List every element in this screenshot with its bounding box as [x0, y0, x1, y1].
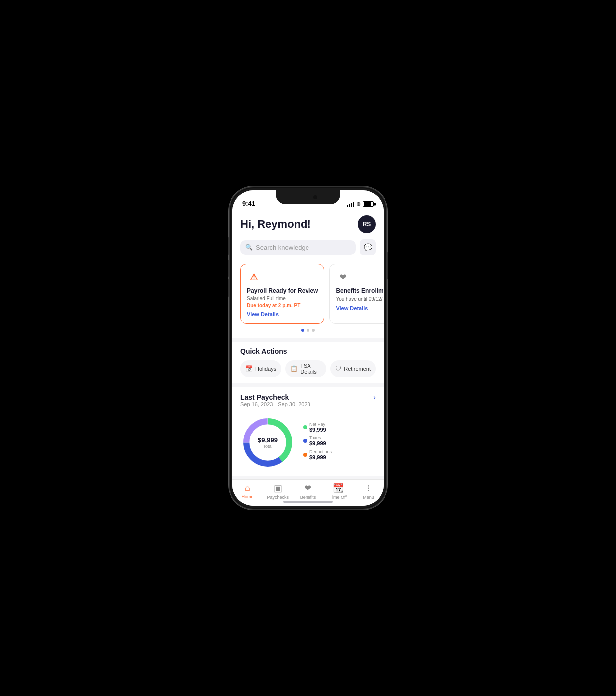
phone-screen: 9:41 ⊛ Hi, Reymond! RS [232, 190, 384, 506]
holidays-icon: 📅 [245, 365, 253, 372]
donut-chart: $9,999 Total [240, 415, 295, 470]
chat-button[interactable]: 💬 [360, 239, 376, 255]
wifi-icon: ⊛ [356, 201, 361, 207]
legend-dot-netpay [303, 425, 307, 429]
dot-3 [312, 329, 315, 332]
quick-actions-title: Quick Actions [240, 348, 376, 355]
benefits-label: Benefits [300, 495, 316, 500]
carousel-dots [232, 329, 384, 332]
greeting-text: Hi, Reymond! [240, 218, 311, 231]
paychecks-icon: ▣ [274, 483, 282, 494]
fsa-icon: 📋 [290, 365, 298, 372]
legend-label-deductions: Deductions [309, 449, 332, 454]
chat-icon: 💬 [364, 243, 372, 251]
legend-value-netpay: $9,999 [309, 427, 326, 433]
home-indicator [283, 501, 333, 503]
quick-actions-row: 📅 Holidays 📋 FSA Details 🛡 Retirement [240, 360, 376, 377]
benefits-card-title: Benefits Enrollment [336, 287, 384, 294]
main-scroll[interactable]: ⚠ Payroll Ready for Review Salaried Full… [232, 260, 384, 479]
nav-item-menu[interactable]: ⁝ Menu [353, 483, 384, 500]
fsa-details-button[interactable]: 📋 FSA Details [285, 360, 326, 377]
legend-item-taxes: Taxes $9,999 [303, 435, 376, 446]
legend-value-deductions: $9,999 [309, 454, 332, 460]
paycheck-legend: Net Pay $9,999 Taxes $9,999 [303, 422, 376, 463]
legend-value-taxes: $9,999 [309, 440, 326, 446]
nav-item-paychecks[interactable]: ▣ Paychecks [263, 483, 293, 500]
legend-dot-deductions [303, 453, 307, 457]
fsa-label: FSA Details [300, 363, 321, 375]
chevron-right-icon[interactable]: › [373, 393, 376, 401]
legend-item-netpay: Net Pay $9,999 [303, 422, 376, 433]
payroll-card-due: Due today at 2 p.m. PT [247, 303, 318, 308]
home-icon: ⌂ [245, 483, 250, 493]
search-row: 🔍 Search knowledge 💬 [232, 237, 384, 260]
notch [276, 190, 340, 204]
benefits-card-link[interactable]: View Details [336, 305, 384, 311]
legend-item-deductions: Deductions $9,999 [303, 449, 376, 460]
paycheck-header: Last Paycheck Sep 16, 2023 - Sep 30, 202… [240, 393, 376, 413]
payroll-card-subtitle: Salaried Full-time [247, 296, 318, 301]
payroll-card-link[interactable]: View Details [247, 311, 318, 317]
donut-center: $9,999 Total [258, 436, 278, 449]
payroll-card-title: Payroll Ready for Review [247, 287, 318, 294]
search-placeholder: Search knowledge [256, 244, 309, 251]
retirement-button[interactable]: 🛡 Retirement [330, 360, 376, 377]
cards-row: ⚠ Payroll Ready for Review Salaried Full… [232, 264, 384, 324]
benefits-card-icon: ❤ [336, 270, 350, 284]
holidays-label: Holidays [255, 366, 276, 372]
nav-item-timeoff[interactable]: 📆 Time Off [323, 483, 353, 500]
nav-item-benefits[interactable]: ❤ Benefits [293, 483, 323, 500]
dot-2 [307, 329, 309, 332]
timeoff-icon: 📆 [333, 483, 344, 494]
phone-wrapper: 9:41 ⊛ Hi, Reymond! RS [229, 186, 387, 510]
app-content: Hi, Reymond! RS 🔍 Search knowledge 💬 [232, 209, 384, 506]
paycheck-section: Last Paycheck Sep 16, 2023 - Sep 30, 202… [232, 387, 384, 476]
payroll-card[interactable]: ⚠ Payroll Ready for Review Salaried Full… [240, 264, 324, 324]
legend-label-taxes: Taxes [309, 435, 326, 440]
quick-actions-section: Quick Actions 📅 Holidays 📋 FSA Details 🛡 [232, 342, 384, 383]
search-icon: 🔍 [245, 244, 253, 251]
legend-label-netpay: Net Pay [309, 422, 326, 427]
dot-1 [301, 329, 304, 332]
menu-label: Menu [363, 495, 374, 500]
battery-icon [363, 201, 374, 207]
status-icons: ⊛ [347, 201, 374, 207]
holidays-button[interactable]: 📅 Holidays [240, 360, 281, 377]
donut-amount: $9,999 [258, 436, 278, 444]
app-header: Hi, Reymond! RS [232, 209, 384, 237]
signal-icon [347, 202, 354, 207]
paycheck-dates: Sep 16, 2023 - Sep 30, 2023 [240, 401, 310, 407]
legend-dot-taxes [303, 439, 307, 443]
benefits-card[interactable]: ❤ Benefits Enrollment You have until 09/… [329, 264, 384, 324]
menu-icon: ⁝ [367, 483, 370, 494]
paycheck-title: Last Paycheck [240, 393, 310, 401]
retirement-label: Retirement [344, 366, 371, 372]
status-time: 9:41 [242, 200, 255, 207]
nav-item-home[interactable]: ⌂ Home [232, 483, 263, 500]
paycheck-body: $9,999 Total Net Pay $9,999 [240, 415, 376, 470]
benefits-icon: ❤ [304, 483, 311, 494]
avatar[interactable]: RS [358, 215, 376, 233]
cards-section: ⚠ Payroll Ready for Review Salaried Full… [232, 260, 384, 338]
timeoff-label: Time Off [330, 495, 347, 500]
paychecks-label: Paychecks [267, 495, 289, 500]
donut-label: Total [258, 444, 278, 449]
benefits-card-desc: You have until 09/12/ to elect or waive … [336, 296, 384, 302]
retirement-icon: 🛡 [335, 365, 341, 372]
payroll-card-icon: ⚠ [247, 270, 261, 284]
search-bar[interactable]: 🔍 Search knowledge [240, 240, 356, 255]
home-label: Home [241, 494, 253, 499]
